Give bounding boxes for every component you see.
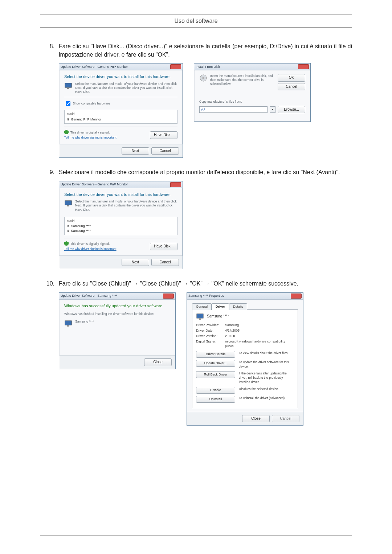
signed-label: This driver is digitally signed. <box>70 131 110 134</box>
close-icon[interactable] <box>291 294 302 299</box>
driver-details-button[interactable]: Driver Details <box>196 351 235 358</box>
dialog-heading: Select the device driver you want to ins… <box>64 74 177 80</box>
dialog-title: Update Driver Software - Generic PnP Mon… <box>61 182 128 187</box>
checkbox-label: Show compatible hardware <box>73 102 110 105</box>
step-text: Selezionare il modello che corrisponde a… <box>59 168 352 176</box>
svg-rect-4 <box>65 201 72 205</box>
success-heading: Windows has successfully updated your dr… <box>64 303 170 309</box>
step-number: 10. <box>40 279 59 429</box>
device-name: Samsung **** <box>75 320 94 324</box>
svg-point-3 <box>203 77 204 79</box>
close-button[interactable]: Close <box>242 415 270 423</box>
signer-key: Digital Signer: <box>196 339 225 349</box>
version-key: Driver Version: <box>196 334 225 338</box>
tab-general[interactable]: General <box>192 303 212 310</box>
dialog-subtext: Select the manufacturer and model of you… <box>75 82 177 94</box>
tab-driver[interactable]: Driver <box>212 303 229 310</box>
dialog-install-from-disk: Install From Disk Insert the manufacture… <box>194 63 311 122</box>
browse-button[interactable]: Browse... <box>278 106 305 114</box>
svg-rect-5 <box>67 205 69 206</box>
next-button[interactable]: Next <box>122 259 149 266</box>
model-listbox[interactable]: Model 🖥 Samsung **** 🖥 Samsung **** <box>64 217 177 235</box>
date-value: 4/14/2005 <box>225 328 294 333</box>
disable-desc: Disables the selected device. <box>239 387 294 391</box>
monitor-icon <box>196 313 204 321</box>
dropdown-icon[interactable]: ▾ <box>270 106 275 113</box>
dialog-subtext: Select the manufacturer and model of you… <box>75 200 177 212</box>
shield-icon <box>64 241 69 246</box>
ok-button[interactable]: OK <box>278 74 305 82</box>
header-rule-top <box>40 15 352 15</box>
step-10: 10. Fare clic su "Close (Chiudi)" → "Clo… <box>40 279 352 429</box>
rollback-button[interactable]: Roll Back Driver <box>196 371 235 378</box>
driver-details-desc: To view details about the driver files. <box>239 351 294 355</box>
svg-rect-8 <box>197 314 203 318</box>
monitor-icon <box>64 82 72 90</box>
list-item[interactable]: 🖥 Generic PnP Monitor <box>67 117 175 122</box>
copy-from-label: Copy manufacturer's files from: <box>199 100 305 104</box>
close-button[interactable]: Close <box>144 358 172 366</box>
rollback-desc: If the device fails after updating the d… <box>239 371 294 385</box>
model-listbox[interactable]: Model 🖥 Generic PnP Monitor <box>64 110 177 123</box>
path-input[interactable]: A:\ <box>199 106 268 113</box>
page-title: Uso del software <box>40 18 352 24</box>
date-key: Driver Date: <box>196 328 225 333</box>
next-button[interactable]: Next <box>122 147 149 155</box>
uninstall-button[interactable]: Uninstall <box>196 396 235 403</box>
tab-details[interactable]: Details <box>229 303 247 310</box>
dialog-update-driver-1: Update Driver Software - Generic PnP Mon… <box>59 63 183 158</box>
cancel-button[interactable]: Cancel <box>278 83 305 91</box>
cancel-button[interactable]: Cancel <box>151 147 179 155</box>
dialog-title: Samsung **** Properties <box>188 294 224 298</box>
update-driver-desc: To update the driver software for this d… <box>239 360 294 369</box>
step-text: Fare clic su "Close (Chiudi)" → "Close (… <box>59 279 352 288</box>
svg-rect-1 <box>67 88 69 89</box>
signing-link[interactable]: Tell me why driver signing is important <box>64 247 117 251</box>
list-header: Model <box>67 112 175 116</box>
dialog-title: Update Driver Software - Samsung **** <box>61 294 117 298</box>
provider-key: Driver Provider: <box>196 323 225 328</box>
monitor-icon <box>64 320 72 328</box>
show-compatible-checkbox[interactable]: Show compatible hardware <box>64 102 110 105</box>
step-9: 9. Selezionare il modello che corrispond… <box>40 168 352 273</box>
cancel-button[interactable]: Cancel <box>151 259 179 266</box>
list-item[interactable]: 🖥 Samsung **** <box>67 229 175 233</box>
device-name: Samsung **** <box>207 314 229 319</box>
close-icon[interactable] <box>170 182 181 187</box>
dialog-update-driver-2: Update Driver Software - Generic PnP Mon… <box>59 181 183 270</box>
close-icon[interactable] <box>163 294 174 299</box>
close-icon[interactable] <box>170 64 181 69</box>
version-value: 2.0.0.0 <box>225 334 294 338</box>
dialog-properties: Samsung **** Properties General Driver D… <box>187 292 303 426</box>
close-icon[interactable] <box>298 64 309 69</box>
dialog-title: Install From Disk <box>196 65 220 69</box>
disk-icon <box>199 74 207 82</box>
page: Uso del software 8. Fare clic su "Have D… <box>0 0 392 554</box>
footer-rule <box>40 535 352 536</box>
step-text: Fare clic su "Have Disk... (Disco driver… <box>59 42 352 59</box>
signed-label: This driver is digitally signed. <box>70 242 110 246</box>
step-number: 8. <box>40 42 59 161</box>
header-rule-bottom <box>40 27 352 28</box>
list-item[interactable]: 🖥 Samsung **** <box>67 224 175 229</box>
uninstall-desc: To uninstall the driver (Advanced). <box>239 396 294 400</box>
list-header: Model <box>67 219 175 223</box>
step-number: 9. <box>40 168 59 273</box>
shield-icon <box>64 130 69 135</box>
update-driver-button[interactable]: Update Driver... <box>196 360 235 367</box>
monitor-icon <box>64 200 72 208</box>
signing-link[interactable]: Tell me why driver signing is important <box>64 136 117 139</box>
svg-rect-7 <box>67 325 69 327</box>
disable-button[interactable]: Disable <box>196 387 235 394</box>
dialog-heading: Select the device driver you want to ins… <box>64 192 177 198</box>
svg-rect-0 <box>65 83 72 87</box>
provider-value: Samsung <box>225 323 294 328</box>
have-disk-button[interactable]: Have Disk... <box>150 131 177 139</box>
cancel-button: Cancel <box>272 415 299 423</box>
svg-rect-9 <box>199 319 201 320</box>
step-8: 8. Fare clic su "Have Disk... (Disco dri… <box>40 42 352 161</box>
success-subtext: Windows has finished installing the driv… <box>64 312 170 316</box>
install-msg: Insert the manufacturer's installation d… <box>210 74 275 86</box>
svg-rect-6 <box>65 321 72 325</box>
have-disk-button[interactable]: Have Disk... <box>150 243 177 250</box>
